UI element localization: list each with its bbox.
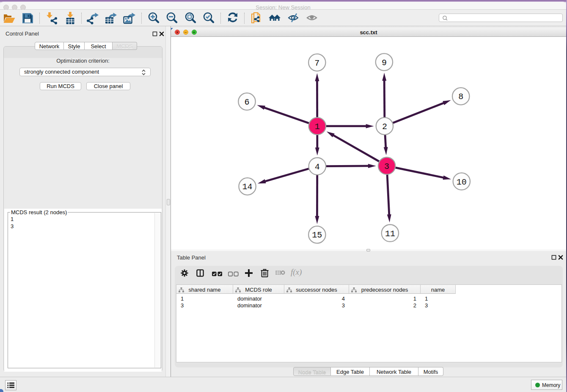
svg-text:3: 3 xyxy=(384,162,389,171)
svg-text:4: 4 xyxy=(315,162,320,172)
svg-text:1: 1 xyxy=(315,122,320,132)
svg-text:15: 15 xyxy=(312,230,322,240)
svg-text:2: 2 xyxy=(382,122,387,132)
svg-text:10: 10 xyxy=(457,177,467,187)
svg-text:6: 6 xyxy=(244,97,249,107)
svg-text:14: 14 xyxy=(242,182,253,192)
svg-text:7: 7 xyxy=(314,58,319,68)
svg-text:11: 11 xyxy=(385,229,395,239)
svg-text:8: 8 xyxy=(458,92,463,102)
svg-text:9: 9 xyxy=(382,58,387,68)
